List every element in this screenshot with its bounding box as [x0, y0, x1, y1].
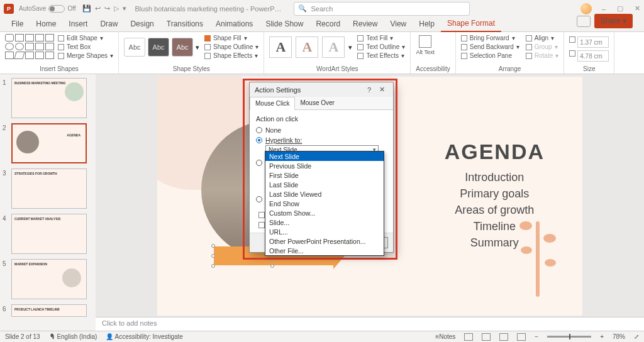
agenda-heading: AGENDA	[445, 140, 545, 164]
tab-design[interactable]: Design	[124, 17, 160, 31]
normal-view-icon[interactable]	[464, 333, 473, 341]
outline-icon	[204, 44, 211, 50]
comments-button[interactable]	[577, 16, 591, 27]
width-input[interactable]: 4.78 cm	[577, 50, 609, 62]
group-shape-styles: Abc Abc Abc ▾ Shape Fill ▾ Shape Outline…	[119, 32, 264, 74]
shape-fill-button[interactable]: Shape Fill ▾	[204, 34, 258, 43]
sorter-view-icon[interactable]	[482, 333, 491, 341]
alt-text-icon	[419, 35, 431, 48]
notes-pane[interactable]: Click to add notes	[96, 317, 644, 331]
wordart-gallery[interactable]: A A A ▾	[269, 36, 352, 58]
dropdown-option[interactable]: Slide...	[265, 218, 384, 227]
text-outline-button[interactable]: Text Outline ▾	[357, 43, 405, 52]
dropdown-option[interactable]: Next Slide	[265, 152, 384, 161]
dialog-help-button[interactable]: ?	[363, 86, 375, 94]
merge-shapes-button[interactable]: Merge Shapes ▾	[58, 52, 113, 60]
undo-icon[interactable]: ↩	[95, 4, 101, 13]
gallery-more-icon[interactable]: ▾	[348, 43, 352, 52]
slide-thumbnails: 1BUSINESS MARKETING MEETING 2AGENDA 3STR…	[0, 74, 96, 331]
shapes-gallery[interactable]	[5, 34, 54, 59]
notes-button[interactable]: ≡Notes	[435, 333, 455, 340]
gallery-more-icon[interactable]: ▾	[196, 43, 199, 52]
fit-to-window-button[interactable]: ⤢	[634, 333, 639, 340]
thumbnail-4[interactable]: CURRENT MARKET ANALYSIS	[11, 214, 87, 254]
hyperlink-dropdown: Next Slide Previous Slide First Slide La…	[265, 151, 384, 256]
selection-pane-button[interactable]: Selection Pane	[461, 52, 519, 60]
zoom-level[interactable]: 78%	[613, 333, 625, 340]
toggle-icon[interactable]	[48, 5, 65, 13]
effects-icon	[204, 53, 211, 59]
present-icon[interactable]: ▷	[114, 4, 119, 13]
dialog-close-button[interactable]: ✕	[375, 86, 388, 94]
redo-icon[interactable]: ↪	[104, 4, 110, 13]
zoom-out-button[interactable]: −	[535, 333, 538, 340]
text-fill-icon	[357, 35, 364, 41]
bring-forward-button[interactable]: Bring Forward ▾	[461, 34, 519, 43]
tab-mouse-over[interactable]: Mouse Over	[295, 97, 339, 109]
thumbnail-1[interactable]: BUSINESS MARKETING MEETING	[11, 78, 87, 118]
radio-hyperlink[interactable]: Hyperlink to:	[256, 135, 387, 145]
slide-position[interactable]: Slide 2 of 13	[5, 333, 40, 340]
qat-more-icon[interactable]: ▾	[123, 4, 126, 13]
tab-view[interactable]: View	[384, 17, 413, 31]
autosave-toggle[interactable]: AutoSave Off	[19, 5, 76, 13]
thumbnail-6[interactable]: PRODUCT LAUNCH TIMELINE	[11, 304, 87, 317]
language-button[interactable]: 🖣 English (India)	[49, 333, 97, 340]
shape-outline-button[interactable]: Shape Outline ▾	[204, 43, 258, 52]
alt-text-button[interactable]: Alt Text	[416, 34, 435, 55]
tab-record[interactable]: Record	[309, 17, 347, 31]
group-label: Insert Shapes	[5, 65, 113, 74]
accessibility-button[interactable]: 👤 Accessibility: Investigate	[106, 333, 183, 340]
status-bar: Slide 2 of 13 🖣 English (India) 👤 Access…	[0, 331, 644, 342]
group-button[interactable]: Group ▾	[526, 43, 558, 52]
rotate-button[interactable]: Rotate ▾	[526, 52, 558, 60]
zoom-slider[interactable]	[547, 336, 591, 338]
tab-insert[interactable]: Insert	[62, 17, 94, 31]
checkbox-icon	[258, 212, 265, 218]
height-input[interactable]: 1.37 cm	[577, 36, 609, 48]
dropdown-option[interactable]: Other File...	[265, 246, 384, 255]
tab-file[interactable]: File	[5, 17, 30, 31]
dropdown-option[interactable]: Custom Show...	[265, 208, 384, 218]
shape-effects-button[interactable]: Shape Effects ▾	[204, 52, 258, 60]
thumbnail-2[interactable]: AGENDA	[11, 123, 87, 163]
tab-review[interactable]: Review	[347, 17, 384, 31]
align-button[interactable]: Align ▾	[526, 34, 558, 43]
dropdown-option[interactable]: Last Slide	[265, 180, 384, 189]
slideshow-view-icon[interactable]	[517, 333, 526, 341]
thumbnail-3[interactable]: STRATEGIES FOR GROWTH	[11, 168, 87, 209]
send-backward-icon	[461, 44, 467, 50]
edit-shape-button[interactable]: Edit Shape ▾	[58, 34, 113, 43]
share-button[interactable]: Share ▾	[594, 14, 633, 28]
text-fill-button[interactable]: Text Fill ▾	[357, 34, 405, 43]
text-box-button[interactable]: Text Box	[58, 43, 113, 52]
radio-icon	[256, 127, 262, 133]
thumbnail-5[interactable]: MARKET EXPANSION	[11, 259, 87, 299]
dropdown-option[interactable]: Previous Slide	[265, 161, 384, 170]
zoom-in-button[interactable]: +	[600, 333, 604, 340]
tab-home[interactable]: Home	[30, 17, 62, 31]
search-input[interactable]: 🔍 Search	[294, 2, 470, 16]
send-backward-button[interactable]: Send Backward ▾	[461, 43, 519, 52]
tab-draw[interactable]: Draw	[94, 17, 124, 31]
text-effects-icon	[357, 53, 364, 59]
text-effects-button[interactable]: Text Effects ▾	[357, 52, 405, 60]
tab-help[interactable]: Help	[413, 17, 441, 31]
tab-slideshow[interactable]: Slide Show	[259, 17, 309, 31]
dropdown-option[interactable]: End Show	[265, 199, 384, 208]
group-wordart-styles: A A A ▾ Text Fill ▾ Text Outline ▾ Text …	[264, 32, 411, 74]
shape-style-gallery[interactable]: Abc Abc Abc ▾	[124, 38, 199, 57]
dropdown-option[interactable]: First Slide	[265, 170, 384, 180]
tab-transitions[interactable]: Transitions	[160, 17, 209, 31]
reading-view-icon[interactable]	[499, 333, 508, 341]
tab-shape-format[interactable]: Shape Format	[441, 16, 501, 32]
save-icon[interactable]: 💾	[82, 4, 91, 13]
merge-shapes-icon	[58, 53, 64, 59]
dropdown-option[interactable]: Last Slide Viewed	[265, 189, 384, 199]
tab-mouse-click[interactable]: Mouse Click	[250, 97, 295, 110]
dropdown-option[interactable]: URL...	[265, 227, 384, 236]
dropdown-option[interactable]: Other PowerPoint Presentation...	[265, 236, 384, 246]
radio-none[interactable]: None	[256, 125, 387, 135]
height-icon	[569, 36, 575, 43]
tab-animations[interactable]: Animations	[209, 17, 259, 31]
